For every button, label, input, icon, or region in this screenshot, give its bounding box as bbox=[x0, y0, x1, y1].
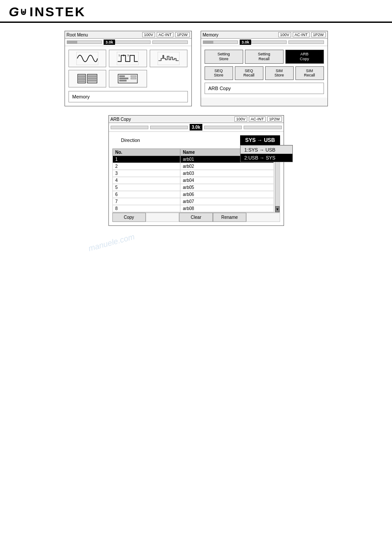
badge-1p2w-left: 1P2W bbox=[175, 32, 190, 37]
table-row[interactable]: 2 arb02 bbox=[112, 163, 273, 170]
sim-recall-btn[interactable]: SIM Recall bbox=[295, 66, 324, 80]
arb-badge-100v: 100V bbox=[234, 116, 247, 122]
direction-selected[interactable]: SYS → USB bbox=[240, 135, 280, 145]
root-menu-badges: 100V AC-INT 1P2W bbox=[142, 32, 190, 37]
row-no: 2 bbox=[112, 163, 180, 170]
direction-label: Direction bbox=[112, 138, 140, 143]
arb-panel-title: ARB Copy bbox=[111, 117, 131, 122]
dropdown-item-2[interactable]: 2:USB → SYS bbox=[241, 154, 292, 162]
memory-btn-row2: SEQ Store SEQ Recall SIM Store SIM Recal… bbox=[205, 66, 324, 80]
bottom-buttons: Copy Clear Rename bbox=[112, 212, 280, 222]
svg-rect-8 bbox=[79, 76, 85, 77]
row-name: arb03 bbox=[180, 170, 273, 177]
table-row[interactable]: 4 arb04 bbox=[112, 177, 273, 184]
arb-badges: 100V AC-INT 1P2W bbox=[234, 116, 282, 122]
svg-rect-12 bbox=[88, 78, 96, 79]
direction-row: Direction SYS → USB 1:SYS → USB 2:USB → … bbox=[112, 135, 280, 145]
memory-label: Memory bbox=[72, 94, 90, 99]
sine-wave-icon-cell[interactable] bbox=[68, 50, 107, 67]
icon-grid: 1 2 3 bbox=[68, 50, 188, 87]
arb-body: Direction SYS → USB 1:SYS → USB 2:USB → … bbox=[109, 132, 284, 225]
badge-ac-int-left: AC-INT bbox=[157, 32, 173, 37]
direction-dropdown-menu: 1:SYS → USB 2:USB → SYS bbox=[240, 145, 293, 162]
table-row[interactable]: 7 arb07 bbox=[112, 198, 273, 205]
col-no: No. bbox=[112, 149, 180, 156]
svg-text:3: 3 bbox=[127, 54, 129, 57]
logo-instek: INSTEK bbox=[29, 4, 86, 19]
memory-icon bbox=[76, 72, 98, 85]
root-menu-titlebar: Root Menu 100V AC-INT 1P2W bbox=[65, 31, 191, 39]
arb-seg1 bbox=[111, 126, 148, 129]
row-no: 3 bbox=[112, 170, 180, 177]
seq-recall-btn[interactable]: SEQ Recall bbox=[235, 66, 263, 80]
memory-icon-cell[interactable] bbox=[68, 70, 107, 87]
progress-bar-right3 bbox=[288, 40, 324, 44]
memory-badges: 100V AC-INT 1P2W bbox=[278, 32, 326, 37]
arb-badge-ac-int: AC-INT bbox=[249, 116, 266, 122]
row-name: arb08 bbox=[180, 205, 273, 212]
memory-body: Setting Store Setting Recall ARB Copy SE… bbox=[201, 46, 327, 98]
table-row[interactable]: 8 arb08 bbox=[112, 205, 273, 212]
memory-btn-row1: Setting Store Setting Recall ARB Copy bbox=[205, 50, 324, 64]
svg-rect-13 bbox=[88, 80, 96, 81]
clear-button[interactable]: Clear bbox=[179, 213, 212, 222]
root-menu-body: 1 2 3 bbox=[65, 46, 191, 106]
memory-title: Memory bbox=[203, 33, 219, 37]
copy-button[interactable]: Copy bbox=[112, 213, 146, 222]
progress-value-right: 3.0k bbox=[240, 40, 251, 45]
main-content: Root Menu 100V AC-INT 1P2W 3.0k bbox=[0, 26, 392, 239]
row-name: arb06 bbox=[180, 191, 273, 198]
arb-titlebar: ARB Copy 100V AC-INT 1P2W bbox=[109, 116, 284, 123]
arb-seg3 bbox=[204, 126, 242, 129]
row-no: 6 bbox=[112, 191, 180, 198]
setting-store-btn[interactable]: Setting Store bbox=[205, 50, 243, 64]
scrollbar-down-btn[interactable]: ▼ bbox=[275, 206, 280, 212]
progress-bar-right2 bbox=[251, 40, 287, 44]
row-no: 4 bbox=[112, 177, 180, 184]
arb-icon-cell[interactable] bbox=[150, 50, 188, 67]
root-menu-panel: Root Menu 100V AC-INT 1P2W 3.0k bbox=[65, 31, 192, 106]
root-menu-title: Root Menu bbox=[67, 33, 88, 37]
row-no: 8 bbox=[112, 205, 180, 212]
pulse-icon-cell[interactable]: 1 2 3 bbox=[109, 50, 147, 67]
memory-panel: Memory 100V AC-INT 1P2W 3.0k bbox=[201, 31, 328, 106]
row-name: arb07 bbox=[180, 198, 273, 205]
table-row[interactable]: 3 arb03 bbox=[112, 170, 273, 177]
seq-store-btn[interactable]: SEQ Store bbox=[205, 66, 233, 80]
progress-bar-right bbox=[203, 40, 238, 44]
sim-store-btn[interactable]: SIM Store bbox=[265, 66, 294, 80]
svg-text:1: 1 bbox=[119, 54, 120, 57]
row-no: 1 bbox=[112, 156, 180, 163]
table-row[interactable]: 5 arb05 bbox=[112, 184, 273, 191]
arb-copy-btn[interactable]: ARB Copy bbox=[285, 50, 324, 64]
logo-w-symbol: ⊎ bbox=[20, 6, 27, 18]
root-menu-progress: 3.0k bbox=[65, 39, 191, 46]
row-no: 7 bbox=[112, 198, 180, 205]
settings-icon-cell[interactable] bbox=[109, 70, 147, 87]
pulse-icon: 1 2 3 bbox=[117, 52, 139, 65]
progress-bar-left bbox=[67, 40, 102, 44]
svg-rect-11 bbox=[88, 76, 96, 77]
svg-rect-10 bbox=[79, 81, 85, 82]
table-row[interactable]: 6 arb06 bbox=[112, 191, 273, 198]
logo-gw: G bbox=[9, 4, 18, 19]
memory-titlebar: Memory 100V AC-INT 1P2W bbox=[201, 31, 327, 39]
arb-copy-label-box: ARB Copy bbox=[205, 83, 324, 94]
scrollbar-track bbox=[275, 155, 280, 206]
dropdown-item-1[interactable]: 1:SYS → USB bbox=[241, 145, 292, 154]
row-name: arb04 bbox=[180, 177, 273, 184]
rename-button[interactable]: Rename bbox=[213, 213, 246, 222]
progress-bar-left2 bbox=[115, 40, 151, 44]
setting-recall-btn[interactable]: Setting Recall bbox=[245, 50, 284, 64]
badge-100v-right: 100V bbox=[278, 32, 291, 37]
progress-bar-fill-right bbox=[203, 41, 214, 44]
direction-dropdown-container: SYS → USB 1:SYS → USB 2:USB → SYS bbox=[240, 135, 280, 145]
arb-copy-panel: ARB Copy 100V AC-INT 1P2W 3.0k Direction… bbox=[108, 115, 284, 226]
svg-rect-0 bbox=[76, 52, 98, 65]
row-name: arb05 bbox=[180, 184, 273, 191]
progress-value-left: 3.0k bbox=[104, 40, 115, 45]
progress-bar-left3 bbox=[152, 40, 188, 44]
arb-progress-value: 3.0k bbox=[190, 124, 202, 131]
arb-table-body: 1 arb01 2 arb02 3 arb03 4 bbox=[112, 156, 273, 212]
badge-ac-int-right: AC-INT bbox=[293, 32, 309, 37]
